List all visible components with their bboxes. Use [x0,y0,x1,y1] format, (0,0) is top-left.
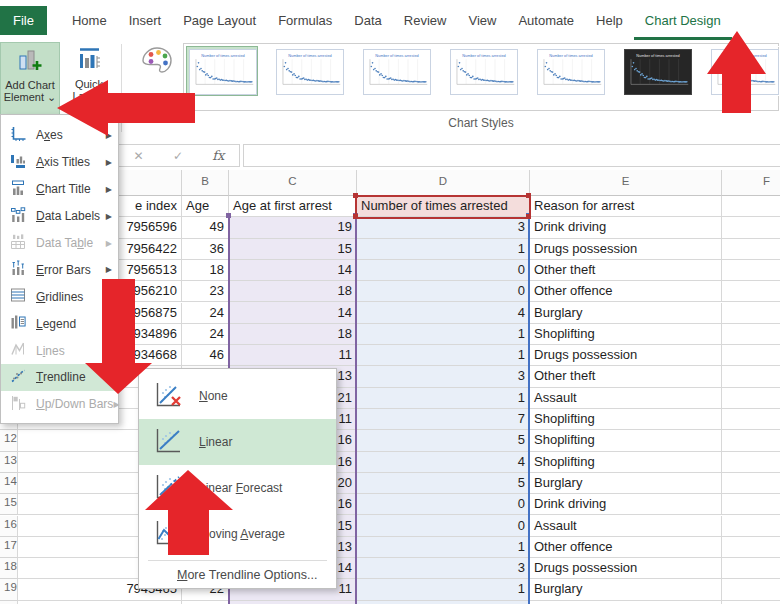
column-header-B[interactable]: B [182,170,229,196]
cell-E18[interactable]: Drugs possession [530,558,722,579]
column-header-C[interactable]: C [229,170,357,196]
cell-E2[interactable]: Drink driving [530,217,722,238]
cell-F7[interactable] [722,324,780,345]
cell-E7[interactable]: Shoplifting [530,324,722,345]
cell-D9[interactable]: 3 [357,366,530,387]
cell-F2[interactable] [722,217,780,238]
cell-C5[interactable]: 18 [229,281,357,302]
cell-F11[interactable] [722,409,780,430]
cell-E4[interactable]: Other theft [530,260,722,281]
insert-function-icon[interactable]: fx [212,148,224,163]
menu-item-data-labels[interactable]: Data Labels▶ [1,203,118,230]
cell-C6[interactable]: 14 [229,303,357,324]
chart-style-thumbnail-7[interactable]: Number of times arrested [708,46,780,96]
submenu-item-moving-average[interactable]: Moving Average [139,511,336,557]
cell-C7[interactable]: 18 [229,324,357,345]
submenu-item-more-trendline-options[interactable]: More Trendline Options... [139,564,336,586]
cell-D17[interactable]: 1 [357,537,530,558]
cell-B5[interactable]: 23 [182,281,229,302]
column-header-F[interactable]: F [722,170,780,196]
cell-F5[interactable] [722,281,780,302]
chart-style-thumbnail-4[interactable]: Number of times arrested [447,46,519,96]
tab-view[interactable]: View [457,0,507,40]
cell-D2[interactable]: 3 [357,217,530,238]
submenu-item-none[interactable]: None [139,373,336,419]
change-colors-button[interactable] [132,44,182,114]
chart-style-thumbnail-1[interactable]: Number of times arrested [186,46,258,96]
cell-C8[interactable]: 11 [229,345,357,366]
row-header-16[interactable]: 16 [0,516,18,537]
cell-F3[interactable] [722,239,780,260]
tab-help[interactable]: Help [585,0,634,40]
cell-F16[interactable] [722,516,780,537]
cell-D16[interactable]: 0 [357,516,530,537]
cell-D5[interactable]: 0 [357,281,530,302]
cell-B8[interactable]: 46 [182,345,229,366]
cell-D15[interactable]: 0 [357,494,530,515]
menu-item-trendline[interactable]: Trendline▶ [1,364,118,391]
cell-E19[interactable]: Burglary [530,579,722,600]
cell-E5[interactable]: Other offence [530,281,722,302]
cell-F13[interactable] [722,452,780,473]
chart-style-thumbnail-3[interactable]: Number of times arrested [360,46,432,96]
cell-E1[interactable]: Reason for arrest [530,196,722,217]
chart-style-thumbnail-2[interactable]: Number of times arrested [273,46,345,96]
formula-input[interactable] [243,144,780,167]
cell-C4[interactable]: 14 [229,260,357,281]
cell-F8[interactable] [722,345,780,366]
cell-D13[interactable]: 4 [357,452,530,473]
tab-data[interactable]: Data [343,0,392,40]
submenu-item-linear-forecast[interactable]: Linear Forecast [139,465,336,511]
cell-F1[interactable] [722,196,780,217]
row-header-19[interactable]: 19 [0,579,18,600]
cell-F14[interactable] [722,473,780,494]
cell-D18[interactable]: 3 [357,558,530,579]
cell-F12[interactable] [722,430,780,451]
cell-F19[interactable] [722,579,780,600]
cancel-icon[interactable]: ✕ [134,149,144,163]
row-header-13[interactable]: 13 [0,452,18,473]
cell-B4[interactable]: 18 [182,260,229,281]
cell-D7[interactable]: 1 [357,324,530,345]
cell-F10[interactable] [722,388,780,409]
cell-D8[interactable]: 1 [357,345,530,366]
row-header-15[interactable]: 15 [0,494,18,515]
cell-E8[interactable]: Drugs possession [530,345,722,366]
cell-D10[interactable]: 1 [357,388,530,409]
cell-E16[interactable]: Assault [530,516,722,537]
cell-E12[interactable]: Shoplifting [530,430,722,451]
cell-E11[interactable]: Shoplifting [530,409,722,430]
cell-B3[interactable]: 36 [182,239,229,260]
cell-B7[interactable]: 24 [182,324,229,345]
cell-B2[interactable]: 49 [182,217,229,238]
cell-C2[interactable]: 19 [229,217,357,238]
cell-D4[interactable]: 0 [357,260,530,281]
menu-item-chart-title[interactable]: Chart Title▶ [1,176,118,203]
add-chart-element-button[interactable]: Add Chart Element ⌄ [0,42,60,117]
cell-D11[interactable]: 7 [357,409,530,430]
cell-D14[interactable]: 5 [357,473,530,494]
row-header-17[interactable]: 17 [0,537,18,558]
cell-E10[interactable]: Assault [530,388,722,409]
cell-E13[interactable]: Shoplifting [530,452,722,473]
cell-D19[interactable]: 1 [357,579,530,600]
quick-layout-button[interactable]: Quick Layout [60,42,118,115]
cell-C1[interactable]: Age at first arrest [229,196,357,217]
menu-item-legend[interactable]: Legend▶ [1,310,118,337]
tab-formulas[interactable]: Formulas [267,0,343,40]
tab-home[interactable]: Home [61,0,118,40]
menu-item-axes[interactable]: Axes▶ [1,122,118,149]
chart-style-thumbnail-5[interactable]: Number of times arrested [534,46,606,96]
cell-F17[interactable] [722,537,780,558]
cell-E17[interactable]: Other offence [530,537,722,558]
cell-D3[interactable]: 1 [357,239,530,260]
tab-insert[interactable]: Insert [118,0,173,40]
cell-E14[interactable]: Burglary [530,473,722,494]
menu-item-gridlines[interactable]: Gridlines▶ [1,283,118,310]
menu-item-up-down-bars[interactable]: Up/Down Bars▶ [1,391,118,418]
tab-automate[interactable]: Automate [507,0,585,40]
cell-F18[interactable] [722,558,780,579]
row-header-12[interactable]: 12 [0,430,18,451]
chart-style-thumbnail-6[interactable]: Number of times arrested [621,46,693,96]
menu-item-data-table[interactable]: Data Table▶ [1,230,118,257]
